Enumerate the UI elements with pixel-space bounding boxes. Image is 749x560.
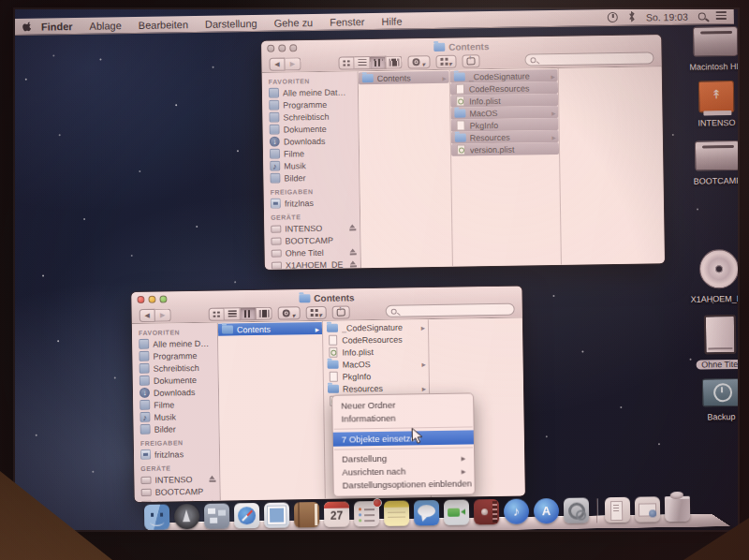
menu-bearbeiten[interactable]: Bearbeiten (130, 15, 197, 33)
menu-hilfe[interactable]: Hilfe (373, 12, 410, 30)
search-field[interactable] (386, 303, 515, 317)
dock-mail-icon[interactable] (264, 502, 289, 527)
eject-icon[interactable] (348, 225, 356, 231)
sidebar-item-fritzlnas[interactable]: fritzlnas (271, 196, 360, 209)
dock-messages-icon[interactable] (414, 500, 439, 525)
dock-trash-icon[interactable] (665, 496, 690, 522)
folder-icon (455, 133, 466, 141)
sidebar-item-bootcamp[interactable]: BOOTCAMP (141, 485, 220, 498)
minimize-button[interactable] (278, 44, 286, 52)
desktop-icon-macintosh-hd[interactable]: Macintosh HD (680, 26, 738, 74)
list-view-button[interactable] (354, 56, 370, 69)
sidebar-item-programme[interactable]: Programme (139, 349, 217, 362)
sidebar-item-fritzlnas[interactable]: fritzlnas (140, 448, 219, 461)
column-3 (559, 66, 665, 265)
menu-finder[interactable]: Finder (36, 17, 81, 35)
share-button[interactable] (462, 54, 479, 67)
list-view-button[interactable] (225, 307, 241, 320)
back-button[interactable] (269, 57, 285, 70)
arrange-menu-button[interactable] (435, 54, 457, 67)
folder-row-contents[interactable]: Contents (359, 71, 449, 85)
search-field[interactable] (524, 52, 654, 66)
sidebar-item-x1ahoem-de[interactable]: X1AHOEM_DE (272, 258, 360, 270)
folder-icon (327, 324, 338, 332)
back-button[interactable] (140, 308, 155, 321)
context-item-einsetzen[interactable]: 7 Objekte einsetzen (333, 430, 474, 446)
menu-darstellung[interactable]: Darstellung (197, 14, 266, 32)
window-controls[interactable] (131, 296, 167, 304)
search-icon (391, 308, 397, 314)
coverflow-view-button[interactable] (386, 55, 402, 68)
dock-facetime-icon[interactable] (444, 499, 469, 524)
menu-gehe-zu[interactable]: Gehe zu (265, 13, 321, 31)
sidebar-item-intenso[interactable]: INTENSO (140, 473, 219, 486)
sidebar-item-downloads[interactable]: Downloads (140, 386, 218, 399)
sidebar-item-all-files[interactable]: Alle meine Dateien (139, 337, 217, 350)
minimize-button[interactable] (148, 296, 155, 303)
zoom-button[interactable] (159, 296, 167, 303)
share-button[interactable] (332, 305, 350, 318)
document-icon (455, 84, 463, 95)
icon-view-button[interactable] (209, 307, 225, 320)
spotlight-icon[interactable] (698, 12, 706, 20)
sidebar-item-dokumente[interactable]: Dokumente (140, 374, 218, 387)
notification-center-icon[interactable] (716, 11, 727, 20)
desktop-icon-x1ahoem-de[interactable]: X1AHOEM_DE (683, 249, 738, 306)
menu-clock[interactable]: So. 19:03 (646, 10, 688, 22)
internal-drive-icon (693, 26, 738, 57)
dock-calendar-icon[interactable]: 27 (324, 501, 349, 526)
desktop-icon-bootcamp[interactable]: BOOTCAMP (682, 140, 738, 188)
dock-contacts-icon[interactable] (294, 502, 319, 527)
menu-ablage[interactable]: Ablage (81, 17, 130, 35)
coverflow-view-button[interactable] (257, 306, 272, 319)
dock-app-store-icon[interactable] (534, 498, 559, 523)
eject-icon[interactable] (349, 261, 357, 268)
disclosure-arrow-icon (421, 322, 425, 332)
dock-launchpad-icon[interactable] (174, 504, 199, 529)
dock-documents-stack-icon[interactable] (605, 497, 630, 523)
action-menu-button[interactable] (407, 55, 430, 68)
sidebar-item-musik[interactable]: Musik (140, 410, 218, 423)
dock-reminders-icon[interactable] (354, 501, 379, 526)
sidebar-item-bilder[interactable]: Bilder (270, 170, 359, 184)
disclosure-arrow-icon (551, 131, 555, 140)
context-item-darstellungsoptionen[interactable]: Darstellungsoptionen einblenden (334, 477, 475, 492)
context-item-informationen[interactable]: Informationen (332, 410, 473, 425)
forward-button[interactable] (285, 57, 301, 70)
icon-view-button[interactable] (338, 56, 354, 69)
close-button[interactable] (267, 45, 274, 52)
arrange-menu-button[interactable] (305, 305, 327, 318)
action-menu-button[interactable] (278, 306, 301, 319)
column-view: Contents _CodeSignature CodeResources In… (359, 66, 665, 268)
column-view-button[interactable] (370, 55, 386, 68)
sidebar-item-bilder[interactable]: Bilder (140, 422, 219, 435)
dock-notes-icon[interactable] (384, 500, 409, 525)
dock-system-preferences-icon[interactable] (564, 497, 589, 523)
column-view-button[interactable] (241, 307, 257, 320)
file-row[interactable]: version.plist (451, 142, 559, 156)
eject-icon[interactable] (349, 249, 357, 256)
forward-button[interactable] (155, 308, 171, 321)
bluetooth-icon[interactable] (628, 10, 636, 23)
dock-downloads-stack-icon[interactable] (635, 496, 660, 522)
sidebar-item-filme[interactable]: Filme (140, 398, 218, 411)
folder-proxy-icon (299, 294, 310, 302)
eject-icon[interactable] (208, 476, 215, 482)
folder-row-contents[interactable]: Contents (218, 322, 322, 336)
time-machine-icon[interactable] (608, 12, 618, 22)
apple-menu[interactable] (19, 21, 36, 33)
zoom-button[interactable] (289, 44, 297, 52)
dock-photo-booth-icon[interactable] (474, 499, 499, 524)
notification-badge (373, 498, 382, 508)
desktop-icon-backup[interactable]: Backup (685, 378, 738, 424)
desktop-icon-ohne-titel[interactable]: Ohne Titel (684, 315, 738, 372)
sidebar-item-schreibtisch[interactable]: Schreibtisch (140, 361, 218, 375)
dock-itunes-icon[interactable] (504, 498, 529, 523)
window-controls[interactable] (261, 44, 297, 52)
menu-fenster[interactable]: Fenster (321, 13, 374, 31)
close-button[interactable] (137, 296, 144, 303)
dock-mission-control-icon[interactable] (204, 503, 229, 528)
dock-finder-icon[interactable] (144, 505, 169, 530)
dock-safari-icon[interactable] (234, 503, 259, 528)
desktop-icon-intenso[interactable]: INTENSO (681, 81, 738, 130)
